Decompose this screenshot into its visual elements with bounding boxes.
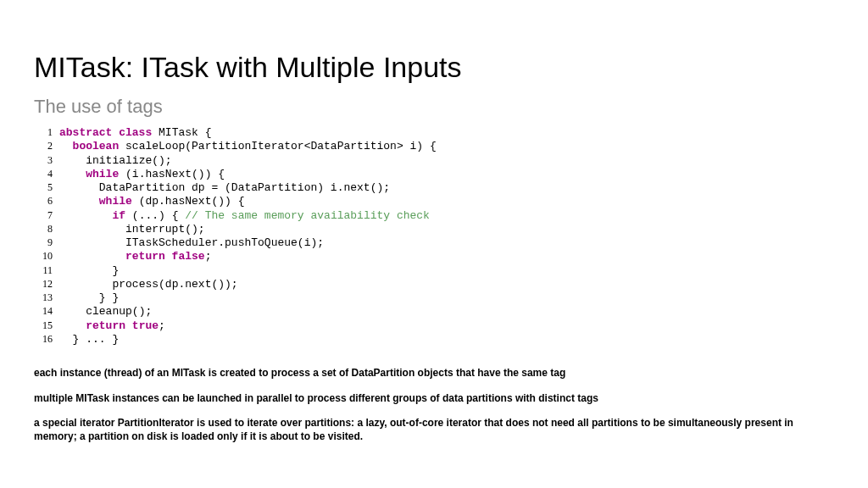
- code-content: process(dp.next());: [59, 278, 238, 291]
- line-number: 1: [34, 126, 53, 140]
- code-line: 4 while (i.hasNext()) {: [34, 168, 834, 181]
- code-content: abstract class MITask {: [59, 126, 211, 140]
- code-content: return false;: [59, 250, 211, 263]
- line-number: 5: [34, 181, 53, 195]
- code-content: }: [59, 264, 119, 278]
- line-number: 3: [34, 154, 53, 168]
- code-block: 1abstract class MITask {2 boolean scaleL…: [34, 126, 834, 347]
- line-number: 10: [34, 250, 53, 263]
- code-line: 5 DataPartition dp = (DataPartition) i.n…: [34, 181, 834, 195]
- code-content: return true;: [59, 319, 165, 333]
- note-paragraph: each instance (thread) of an MITask is c…: [34, 367, 834, 380]
- code-line: 10 return false;: [34, 250, 834, 263]
- code-line: 3 initialize();: [34, 154, 834, 168]
- code-content: DataPartition dp = (DataPartition) i.nex…: [59, 181, 390, 195]
- line-number: 4: [34, 168, 53, 181]
- line-number: 12: [34, 278, 53, 291]
- line-number: 6: [34, 195, 53, 208]
- code-content: cleanup();: [59, 305, 152, 319]
- line-number: 9: [34, 236, 53, 250]
- code-content: while (dp.hasNext()) {: [59, 195, 244, 208]
- line-number: 13: [34, 291, 53, 305]
- slide-title: MITask: ITask with Multiple Inputs: [34, 51, 834, 84]
- line-number: 8: [34, 223, 53, 236]
- line-number: 11: [34, 264, 53, 278]
- code-line: 15 return true;: [34, 319, 834, 333]
- code-line: 13 } }: [34, 291, 834, 305]
- code-line: 16 } ... }: [34, 333, 834, 347]
- code-content: ITaskScheduler.pushToQueue(i);: [59, 236, 324, 250]
- code-content: while (i.hasNext()) {: [59, 168, 225, 181]
- code-line: 9 ITaskScheduler.pushToQueue(i);: [34, 236, 834, 250]
- line-number: 2: [34, 140, 53, 153]
- code-line: 6 while (dp.hasNext()) {: [34, 195, 834, 208]
- line-number: 16: [34, 333, 53, 347]
- code-line: 14 cleanup();: [34, 305, 834, 319]
- line-number: 14: [34, 305, 53, 319]
- code-line: 2 boolean scaleLoop(PartitionIterator<Da…: [34, 140, 834, 153]
- code-content: interrupt();: [59, 223, 205, 236]
- line-number: 15: [34, 319, 53, 333]
- note-paragraph: multiple MITask instances can be launche…: [34, 392, 834, 406]
- code-content: } ... }: [59, 333, 119, 347]
- code-line: 7 if (...) { // The same memory availabi…: [34, 209, 834, 223]
- code-content: initialize();: [59, 154, 172, 168]
- code-line: 11 }: [34, 264, 834, 278]
- line-number: 7: [34, 209, 53, 223]
- slide-subtitle: The use of tags: [34, 96, 834, 118]
- code-line: 1abstract class MITask {: [34, 126, 834, 140]
- code-line: 8 interrupt();: [34, 223, 834, 236]
- code-content: if (...) { // The same memory availabili…: [59, 209, 430, 223]
- notes-section: each instance (thread) of an MITask is c…: [34, 367, 834, 443]
- note-paragraph: a special iterator PartitionIterator is …: [34, 417, 834, 443]
- code-content: boolean scaleLoop(PartitionIterator<Data…: [59, 140, 437, 153]
- code-content: } }: [59, 291, 119, 305]
- code-line: 12 process(dp.next());: [34, 278, 834, 291]
